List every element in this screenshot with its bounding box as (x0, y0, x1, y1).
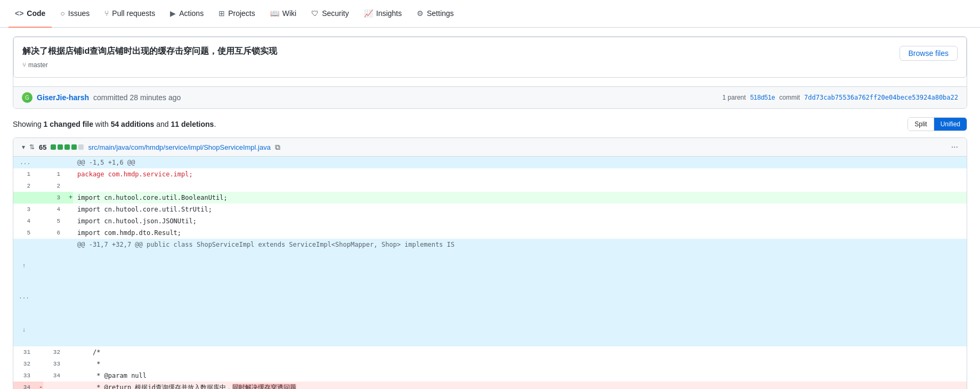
additions-count: 65 (39, 143, 46, 151)
left-line-num: 5 (13, 227, 35, 239)
line-content: package com.hmdp.service.impl; (73, 168, 967, 180)
nav-security-label: Security (322, 9, 349, 18)
left-marker (35, 358, 43, 370)
right-line-num: 3 (43, 192, 64, 204)
diff-stats-text: Showing 1 changed file with 54 additions… (13, 120, 216, 128)
nav-pull-requests-label: Pull requests (112, 9, 155, 18)
committed-time: committed 28 minutes ago (93, 93, 181, 102)
line-content: import cn.hutool.core.util.BooleanUtil; (73, 192, 967, 204)
settings-icon: ⚙ (417, 9, 424, 18)
right-line-num: 32 (43, 346, 64, 358)
nav-wiki-label: Wiki (282, 9, 296, 18)
line-content: * (73, 358, 967, 370)
parent-hash[interactable]: 518d51e (750, 94, 775, 101)
security-icon: 🛡 (311, 9, 319, 18)
diff-row-ctx-2: 2 2 (13, 180, 967, 192)
more-options-button[interactable]: ··· (951, 142, 958, 152)
unified-view-button[interactable]: Unified (934, 118, 967, 131)
avatar: G (22, 92, 33, 103)
nav-code[interactable]: <> Code (9, 0, 52, 28)
nav-projects[interactable]: ⊞ Projects (212, 0, 262, 28)
left-line-num: 34 (13, 382, 35, 389)
right-line-num: 33 (43, 358, 64, 370)
hunk-line-num-r (43, 157, 64, 168)
left-marker (35, 204, 43, 215)
nav-issues[interactable]: ○ Issues (54, 0, 96, 28)
expand-icon-down[interactable]: ↓ (22, 327, 26, 333)
actions-icon: ▶ (170, 9, 176, 18)
hunk-expand-row: ↑ ··· ↓ @@ -31,7 +32,7 @@ public class S… (13, 239, 967, 346)
diff-block-green4 (71, 144, 77, 150)
expand-line-r (43, 239, 64, 346)
nav-wiki[interactable]: 📖 Wiki (264, 0, 303, 28)
expand-icon-up[interactable]: ↑ (22, 263, 26, 269)
right-line-num: 5 (43, 215, 64, 227)
diff-row-ctx-31: 31 32 /* (13, 346, 967, 358)
right-marker (64, 227, 73, 239)
nav-actions[interactable]: ▶ Actions (164, 0, 210, 28)
nav-actions-label: Actions (179, 9, 204, 18)
left-line-num: 31 (13, 346, 35, 358)
line-content: import cn.hutool.json.JSONUtil; (73, 215, 967, 227)
left-line-num: 4 (13, 215, 35, 227)
diff-block-gray1 (78, 144, 84, 150)
nav-settings[interactable]: ⚙ Settings (410, 0, 460, 28)
right-line-num: 34 (43, 370, 64, 382)
nav-security[interactable]: 🛡 Security (305, 0, 355, 28)
commit-title: 解决了根据店铺id查询店铺时出现的缓存击穿问题，使用互斥锁实现 (22, 46, 900, 57)
right-line-num: 1 (43, 168, 64, 180)
left-marker (35, 180, 43, 192)
diff-table: ... @@ -1,5 +1,6 @@ 1 1 package com.hmdp… (13, 157, 967, 389)
line-content: import com.hmdp.dto.Result; (73, 227, 967, 239)
diff-row-ctx-32: 32 33 * (13, 358, 967, 370)
right-marker: + (64, 192, 73, 204)
left-line-num: 1 (13, 168, 35, 180)
file-diff-toggle[interactable]: ⇅ (29, 143, 35, 151)
left-line-num (13, 192, 35, 204)
left-line-num: 33 (13, 370, 35, 382)
branch-name: master (28, 61, 48, 69)
right-line-num (43, 382, 64, 389)
line-content: * @param null (73, 370, 967, 382)
file-diff: ▾ ⇅ 65 src/main/java/com/hmdp/service/im… (13, 137, 967, 389)
copy-path-button[interactable]: ⧉ (275, 143, 280, 152)
nav-code-label: Code (27, 9, 45, 18)
diff-block-green3 (64, 144, 70, 150)
diff-row-ctx-1: 1 1 package com.hmdp.service.impl; (13, 168, 967, 180)
commit-label: commit (779, 94, 800, 101)
right-marker (64, 358, 73, 370)
commit-hash-section: 1 parent 518d51e commit 7dd73cab75536a76… (723, 94, 958, 101)
left-marker (35, 215, 43, 227)
right-marker (64, 370, 73, 382)
browse-files-button[interactable]: Browse files (900, 46, 958, 61)
right-marker (64, 382, 73, 389)
diff-indicator (51, 144, 84, 150)
diff-row-added-3: 3 + import cn.hutool.core.util.BooleanUt… (13, 192, 967, 204)
left-marker (35, 168, 43, 180)
nav-pull-requests[interactable]: ⑂ Pull requests (98, 0, 161, 28)
file-header: ▾ ⇅ 65 src/main/java/com/hmdp/service/im… (13, 138, 967, 157)
commit-hash[interactable]: 7dd73cab75536a762ff20e04bece53924a80ba22 (804, 94, 958, 101)
top-nav: <> Code ○ Issues ⑂ Pull requests ▶ Actio… (0, 0, 980, 28)
hunk-marker2 (64, 157, 73, 168)
view-toggle[interactable]: Split Unified (908, 117, 967, 131)
diff-block-green2 (58, 144, 63, 150)
left-line-num: 2 (13, 180, 35, 192)
split-view-button[interactable]: Split (908, 118, 934, 131)
diff-row-ctx-4: 4 5 import cn.hutool.json.JSONUtil; (13, 215, 967, 227)
line-content: * @return 根据id查询缓存并放入数据库中，同时解决缓存穿透问题 (73, 382, 967, 389)
right-marker (64, 204, 73, 215)
diff-block-green1 (51, 144, 56, 150)
diff-stats-row: Showing 1 changed file with 54 additions… (13, 117, 967, 131)
nav-insights[interactable]: 📈 Insights (358, 0, 408, 28)
code-icon: <> (15, 9, 23, 18)
nav-settings-label: Settings (427, 9, 454, 18)
nav-projects-label: Projects (228, 9, 255, 18)
author-name: GiserJie-harsh (37, 93, 89, 102)
expand-marker1 (35, 239, 43, 346)
diff-row-ctx-5: 5 6 import com.hmdp.dto.Result; (13, 227, 967, 239)
pull-requests-icon: ⑂ (104, 9, 109, 18)
commit-author-section: G GiserJie-harsh committed 28 minutes ag… (22, 92, 181, 103)
parent-label: 1 parent (723, 94, 746, 101)
file-collapse-button[interactable]: ▾ (22, 143, 25, 151)
